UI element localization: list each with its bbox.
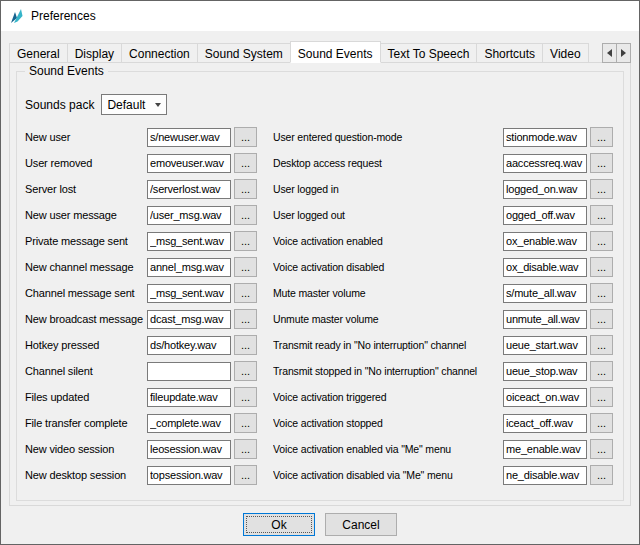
browse-button[interactable]: ... bbox=[590, 361, 613, 381]
sound-event-input[interactable] bbox=[503, 336, 587, 355]
browse-button[interactable]: ... bbox=[590, 127, 613, 147]
sounds-pack-row: Sounds pack Default bbox=[25, 94, 623, 115]
browse-button[interactable]: ... bbox=[234, 283, 257, 303]
sound-event-input[interactable] bbox=[503, 362, 587, 381]
sound-event-row: Channel silent... bbox=[25, 358, 273, 384]
sound-event-input[interactable] bbox=[147, 336, 231, 355]
sound-event-label: User removed bbox=[25, 157, 147, 169]
sound-event-input[interactable] bbox=[503, 180, 587, 199]
sound-event-row: File transfer complete... bbox=[25, 410, 273, 436]
sounds-pack-label: Sounds pack bbox=[25, 98, 94, 112]
sound-event-input[interactable] bbox=[503, 258, 587, 277]
sound-event-label: Hotkey pressed bbox=[25, 339, 147, 351]
sound-event-label: New desktop session bbox=[25, 469, 147, 481]
sound-event-label: User logged in bbox=[273, 183, 503, 195]
sound-event-input[interactable] bbox=[503, 128, 587, 147]
sound-event-input[interactable] bbox=[147, 388, 231, 407]
sound-event-row: Transmit ready in "No interruption" chan… bbox=[273, 332, 623, 358]
sound-event-input[interactable] bbox=[147, 206, 231, 225]
sound-event-input[interactable] bbox=[503, 232, 587, 251]
sound-event-row: Voice activation triggered... bbox=[273, 384, 623, 410]
tab-sound-system[interactable]: Sound System bbox=[197, 43, 291, 63]
sound-event-label: Voice activation stopped bbox=[273, 417, 503, 429]
sound-event-label: Unmute master volume bbox=[273, 313, 503, 325]
sound-event-input[interactable] bbox=[147, 414, 231, 433]
tab-scroll-left-button[interactable] bbox=[602, 43, 617, 63]
tab-video[interactable]: Video bbox=[542, 43, 588, 63]
groupbox-title: Sound Events bbox=[25, 64, 108, 78]
browse-button[interactable]: ... bbox=[590, 257, 613, 277]
browse-button[interactable]: ... bbox=[234, 205, 257, 225]
sound-event-label: File transfer complete bbox=[25, 417, 147, 429]
sound-event-input[interactable] bbox=[147, 154, 231, 173]
sound-event-input[interactable] bbox=[503, 440, 587, 459]
browse-button[interactable]: ... bbox=[234, 439, 257, 459]
sound-event-input[interactable] bbox=[503, 310, 587, 329]
tab-general[interactable]: General bbox=[9, 43, 68, 63]
sound-event-label: Channel message sent bbox=[25, 287, 147, 299]
tab-text-to-speech[interactable]: Text To Speech bbox=[380, 43, 478, 63]
browse-button[interactable]: ... bbox=[590, 439, 613, 459]
scroll-left-icon bbox=[607, 49, 612, 57]
sound-event-row: New user... bbox=[25, 124, 273, 150]
browse-button[interactable]: ... bbox=[234, 413, 257, 433]
sound-event-input[interactable] bbox=[503, 414, 587, 433]
sound-event-label: Voice activation disabled bbox=[273, 261, 503, 273]
browse-button[interactable]: ... bbox=[234, 231, 257, 251]
preferences-window: Preferences GeneralDisplayConnectionSoun… bbox=[0, 0, 640, 545]
sound-event-row: New video session... bbox=[25, 436, 273, 462]
browse-button[interactable]: ... bbox=[590, 309, 613, 329]
tab-shortcuts[interactable]: Shortcuts bbox=[476, 43, 543, 63]
sound-event-input[interactable] bbox=[503, 284, 587, 303]
browse-button[interactable]: ... bbox=[234, 361, 257, 381]
sound-event-row: User logged in... bbox=[273, 176, 623, 202]
browse-button[interactable]: ... bbox=[234, 335, 257, 355]
browse-button[interactable]: ... bbox=[590, 179, 613, 199]
sound-event-input[interactable] bbox=[147, 128, 231, 147]
sound-event-input[interactable] bbox=[147, 232, 231, 251]
browse-button[interactable]: ... bbox=[590, 231, 613, 251]
tab-scrollers bbox=[603, 43, 631, 63]
sound-event-input[interactable] bbox=[147, 362, 231, 381]
sound-event-input[interactable] bbox=[503, 466, 587, 485]
browse-button[interactable]: ... bbox=[234, 257, 257, 277]
sound-event-input[interactable] bbox=[147, 466, 231, 485]
sound-event-input[interactable] bbox=[147, 258, 231, 277]
sound-event-row: User logged out... bbox=[273, 202, 623, 228]
sound-event-input[interactable] bbox=[147, 180, 231, 199]
cancel-button[interactable]: Cancel bbox=[325, 513, 397, 536]
sounds-pack-combobox[interactable]: Default bbox=[101, 94, 167, 115]
sound-event-row: Transmit stopped in "No interruption" ch… bbox=[273, 358, 623, 384]
tab-connection[interactable]: Connection bbox=[121, 43, 198, 63]
sound-event-input[interactable] bbox=[147, 310, 231, 329]
browse-button[interactable]: ... bbox=[590, 283, 613, 303]
sound-event-row: New desktop session... bbox=[25, 462, 273, 488]
browse-button[interactable]: ... bbox=[590, 205, 613, 225]
sound-event-input[interactable] bbox=[503, 388, 587, 407]
sound-event-input[interactable] bbox=[147, 440, 231, 459]
sound-event-input[interactable] bbox=[503, 206, 587, 225]
tab-scroll-right-button[interactable] bbox=[616, 43, 631, 63]
sound-event-row: Server lost... bbox=[25, 176, 273, 202]
sound-event-label: New broadcast message bbox=[25, 313, 147, 325]
browse-button[interactable]: ... bbox=[590, 335, 613, 355]
browse-button[interactable]: ... bbox=[234, 387, 257, 407]
browse-button[interactable]: ... bbox=[234, 127, 257, 147]
browse-button[interactable]: ... bbox=[234, 309, 257, 329]
tab-strip: GeneralDisplayConnectionSound SystemSoun… bbox=[9, 41, 603, 63]
browse-button[interactable]: ... bbox=[590, 153, 613, 173]
tab-display[interactable]: Display bbox=[67, 43, 122, 63]
sound-event-row: Voice activation disabled via "Me" menu.… bbox=[273, 462, 623, 488]
browse-button[interactable]: ... bbox=[590, 465, 613, 485]
ok-button[interactable]: Ok bbox=[243, 513, 315, 536]
sound-event-input[interactable] bbox=[503, 154, 587, 173]
browse-button[interactable]: ... bbox=[590, 387, 613, 407]
titlebar[interactable]: Preferences bbox=[1, 1, 639, 31]
browse-button[interactable]: ... bbox=[234, 465, 257, 485]
sounds-pack-value: Default bbox=[107, 98, 145, 112]
browse-button[interactable]: ... bbox=[590, 413, 613, 433]
sound-event-input[interactable] bbox=[147, 284, 231, 303]
browse-button[interactable]: ... bbox=[234, 153, 257, 173]
tab-sound-events[interactable]: Sound Events bbox=[290, 41, 381, 63]
browse-button[interactable]: ... bbox=[234, 179, 257, 199]
